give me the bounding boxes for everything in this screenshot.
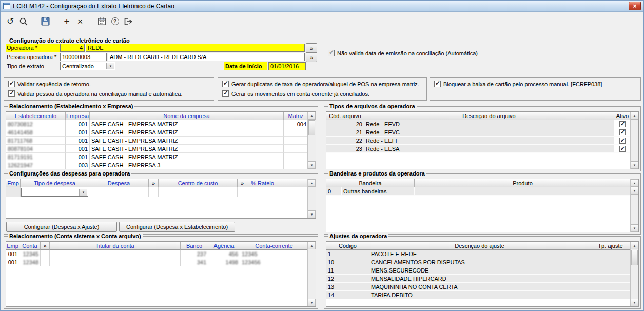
cell-tp-ajuste[interactable] [590, 266, 631, 275]
scroll-up-icon[interactable]: ▲ [308, 242, 316, 249]
col-cod-arquivo[interactable]: Cód. arquivo [326, 112, 364, 120]
cell-nome[interactable]: SAFE CASH - EMPRESA MATRIZ [90, 137, 284, 145]
scroll-down-icon[interactable]: ▼ [308, 210, 316, 218]
table-row[interactable]: 20 Rede - EEVD [326, 120, 638, 128]
cell-descricao[interactable]: CANCELAMENTOS POR DISPUTAS [369, 258, 590, 266]
col-conta[interactable]: Conta [19, 242, 41, 250]
cell-empresa[interactable]: 001 [66, 128, 90, 137]
validar-sequencia-checkbox[interactable] [8, 81, 15, 87]
validar-pessoa-checkbox[interactable] [8, 90, 15, 97]
table-row[interactable]: 22 Rede - EEFI [326, 137, 638, 145]
flag-nao-valida-data[interactable]: Não valida data de emissão na conciliaçã… [328, 50, 478, 56]
cell-estabelecimento[interactable]: 81711768 [6, 137, 66, 145]
table-row[interactable]: 12 MENSALIDADE HIPERCARD [326, 275, 638, 283]
pessoa-lookup-button[interactable]: » [306, 52, 317, 62]
col-nome-empresa[interactable]: Nome da empresa [90, 112, 284, 120]
scroll-down-icon[interactable]: ▼ [308, 161, 316, 169]
cell-titular[interactable] [50, 258, 181, 266]
cell-titular[interactable] [50, 250, 181, 258]
cell-produto-nome[interactable] [438, 187, 592, 196]
scroll-down-icon[interactable]: ▼ [631, 224, 638, 232]
cell-codigo[interactable]: 13 [326, 283, 369, 291]
cell-descricao[interactable]: Rede - EEVC [364, 128, 614, 137]
col-ativo[interactable]: Ativo [614, 112, 631, 120]
cell-emp[interactable]: 001 [6, 258, 19, 266]
cell-conta-lookup[interactable] [41, 250, 50, 258]
cell-tp-ajuste[interactable] [590, 250, 631, 258]
col-conta-corrente[interactable]: Conta-corrente [240, 242, 308, 250]
scroll-up-icon[interactable]: ▲ [631, 242, 638, 249]
scroll-up-icon[interactable]: ▲ [631, 179, 638, 187]
scroll-up-icon[interactable]: ▲ [631, 112, 638, 120]
cell-codigo[interactable]: 11 [326, 266, 369, 275]
cell-empresa[interactable]: 001 [66, 145, 90, 153]
table-row[interactable]: 80878104 001 SAFE CASH - EMPRESA MATRIZ [6, 145, 316, 153]
scroll-thumb[interactable] [308, 120, 315, 135]
table-row[interactable]: 13 MAQUININHA NO CONTA CERTA [326, 283, 638, 291]
operadora-code-input[interactable]: 4 [60, 44, 85, 52]
col-estabelecimento[interactable]: Estabelecimento [6, 112, 66, 120]
calendar-button[interactable] [95, 15, 108, 28]
col-emp[interactable]: Emp [6, 242, 19, 250]
col-centro-custo[interactable]: Centro de custo [159, 179, 238, 187]
cell-conta-lookup[interactable] [41, 258, 50, 266]
undo-button[interactable]: ↺ [4, 15, 17, 28]
table-row[interactable]: 001 12348 341 1498 123456 [6, 258, 316, 266]
table-row[interactable]: 46141458 001 SAFE CASH - EMPRESA MATRIZ [6, 128, 316, 137]
vertical-scrollbar[interactable]: ▲ ▼ [307, 242, 316, 306]
scroll-down-icon[interactable]: ▼ [631, 187, 638, 195]
table-row[interactable]: 14 TARIFA DEBITO [326, 291, 638, 299]
cell-nome[interactable]: SAFE CASH - EMPRESA MATRIZ [90, 128, 284, 137]
col-codigo[interactable]: Código [326, 242, 369, 250]
cell-descricao[interactable]: TARIFA DEBITO [369, 291, 590, 299]
cell-despesa-lookup[interactable] [149, 187, 159, 197]
table-row[interactable]: 10 CANCELAMENTOS POR DISPUTAS [326, 258, 638, 266]
ativo-checkbox[interactable] [619, 129, 626, 135]
vertical-scrollbar[interactable]: ▲ ▼ [630, 242, 638, 306]
search-button[interactable] [17, 15, 30, 28]
cell-empresa[interactable]: 001 [66, 137, 90, 145]
cell-matriz[interactable] [284, 153, 308, 161]
cell-matriz[interactable] [284, 137, 308, 145]
cell-centro-lookup[interactable] [238, 187, 247, 197]
cell-conta[interactable]: 12345 [19, 250, 41, 258]
table-row[interactable]: 0 Outras bandeiras [326, 187, 638, 196]
flag-validar-pessoa[interactable]: Validar pessoa da operadora na conciliaç… [8, 90, 182, 97]
table-row[interactable]: 12621947 003 SAFE CASH - EMPRESA 3 [6, 161, 316, 169]
pessoa-code-input[interactable]: 100000003 [60, 53, 107, 61]
close-button[interactable]: × [629, 2, 641, 10]
cell-empresa[interactable]: 003 [66, 161, 90, 169]
vertical-scrollbar[interactable]: ▲ ▼ [307, 112, 316, 169]
col-empresa[interactable]: Empresa [66, 112, 90, 120]
cell-codigo[interactable]: 20 [326, 120, 364, 128]
cell-descricao[interactable]: PACOTE E-REDE [369, 250, 590, 258]
scroll-down-icon[interactable]: ▼ [308, 299, 316, 306]
gerar-movimentos-checkbox[interactable] [222, 90, 229, 97]
col-agencia[interactable]: Agência [208, 242, 240, 250]
add-button[interactable]: + [60, 15, 73, 28]
cell-empresa[interactable]: 001 [66, 120, 90, 128]
cell-codigo[interactable]: 1 [326, 250, 369, 258]
cell-matriz[interactable]: 004 [284, 120, 308, 128]
vertical-scrollbar[interactable]: ▲ ▼ [307, 179, 316, 218]
help-button[interactable]: ? [108, 15, 122, 28]
cell-banco[interactable]: 237 [181, 250, 208, 258]
table-row[interactable]: 81719191 001 SAFE CASH - EMPRESA MATRIZ [6, 153, 316, 161]
cell-agencia[interactable]: 456 [208, 250, 240, 258]
cell-produto-extra[interactable] [592, 187, 631, 196]
save-button[interactable] [38, 15, 52, 28]
col-descricao-arquivo[interactable]: Descrição do arquivo [364, 112, 614, 120]
col-tipo-despesa[interactable]: Tipo de despesa [21, 179, 89, 187]
cell-rateio[interactable] [247, 187, 278, 197]
cell-nome[interactable]: SAFE CASH - EMPRESA MATRIZ [90, 145, 284, 153]
flag-gerar-movimentos[interactable]: Gerar os movimentos em conta corrente já… [222, 90, 369, 97]
table-row[interactable]: 001 12345 237 456 12345 [6, 250, 316, 258]
operadora-lookup-button[interactable]: » [306, 43, 317, 53]
cell-agencia[interactable]: 1498 [208, 258, 240, 266]
cell-descricao[interactable]: Rede - EEVD [364, 120, 614, 128]
cell-conta-corrente[interactable]: 123456 [240, 258, 308, 266]
cell-matriz[interactable] [284, 128, 308, 137]
ativo-checkbox[interactable] [619, 121, 626, 127]
despesa-lookup-header[interactable]: » [149, 179, 159, 187]
bloquear-baixa-checkbox[interactable] [434, 81, 441, 87]
